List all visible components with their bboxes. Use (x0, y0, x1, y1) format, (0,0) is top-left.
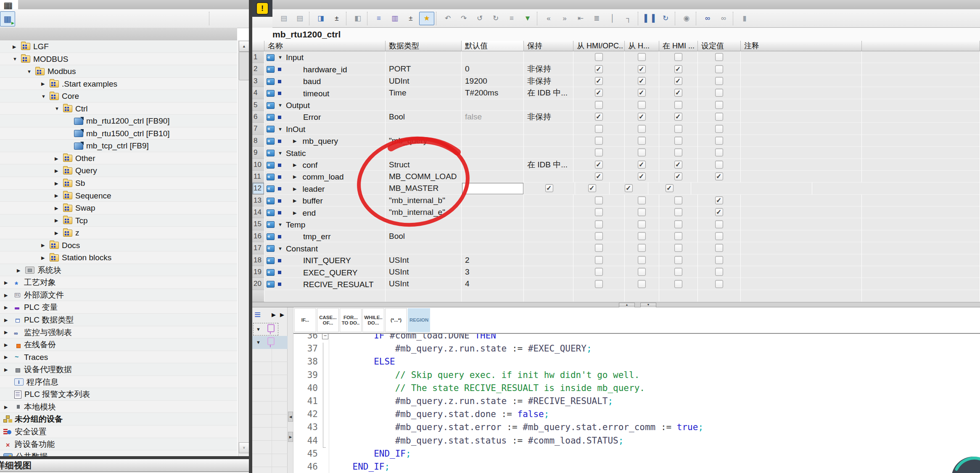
datatype-cell[interactable]: "mb_internal_b" (386, 195, 462, 206)
from-hmi-checkbox[interactable] (638, 148, 646, 156)
hmi-opc-checkbox[interactable] (595, 196, 603, 204)
tree-item[interactable]: 程序信息 (0, 376, 237, 388)
in-hmi-checkbox[interactable] (674, 137, 682, 145)
tree-expander-icon[interactable]: ▶ (4, 351, 11, 363)
setpoint-checkbox[interactable] (715, 268, 723, 276)
collapse-icon[interactable]: ▼ (278, 100, 283, 111)
name-cell[interactable]: ▼▶comm_load (264, 171, 386, 182)
tree-item[interactable]: PLC 报警文本列表 (0, 388, 237, 401)
fold-marker[interactable] (320, 395, 331, 408)
name-cell[interactable]: ▼▶hardware_id (264, 63, 386, 75)
snippet-comment[interactable]: (*...*) (385, 308, 407, 332)
setpoint-checkbox[interactable] (715, 113, 723, 121)
setpoint-checkbox[interactable] (715, 244, 723, 252)
row-number[interactable]: 6 (252, 111, 264, 123)
row-number[interactable]: 18 (252, 254, 264, 266)
retain-cell[interactable]: ▼ (524, 254, 573, 266)
from-hmi-checkbox[interactable] (638, 208, 646, 216)
code-line[interactable]: 43 #mb_query.stat.error := #mb_query.sta… (293, 421, 975, 434)
tree-expander-icon[interactable]: ▶ (13, 41, 19, 53)
name-cell[interactable]: ▼▶buffer (264, 195, 386, 206)
tree-expander-icon[interactable]: ▶ (41, 252, 48, 264)
snapshot-icon[interactable]: ± (329, 12, 344, 25)
name-cell[interactable]: ▼▶ (264, 290, 386, 302)
datatype-cell[interactable]: "mb_query" (386, 135, 462, 147)
column-header[interactable] (862, 41, 980, 51)
name-cell[interactable]: ▼▶Output (264, 99, 386, 111)
margin-expander2-icon[interactable]: ▶ (280, 312, 284, 318)
outdent-icon[interactable]: ⇤ (573, 12, 588, 25)
code-line[interactable]: 39 // Skip query exec. if init hw didn't… (293, 369, 975, 382)
tree-item[interactable]: ▶Query (0, 164, 237, 177)
fold-marker[interactable] (320, 342, 331, 355)
tree-expander-icon[interactable]: ▼ (27, 66, 34, 78)
retain-cell[interactable]: 非保持▼ (524, 63, 573, 75)
setpoint-checkbox[interactable] (715, 256, 723, 264)
from-hmi-checkbox[interactable] (638, 125, 646, 133)
from-hmi-checkbox[interactable] (638, 196, 646, 204)
column-header[interactable]: 数据类型 (386, 41, 462, 51)
separator[interactable] (696, 12, 698, 25)
margin-scroll-right[interactable]: ▶ (288, 432, 293, 442)
default-value-cell[interactable] (462, 123, 524, 135)
default-value-cell[interactable] (462, 135, 524, 147)
table-row[interactable]: 6 ▼▶Error Bool false 非保持▼ (252, 111, 980, 123)
table-row[interactable]: 15 ▼▶Temp ▼ (252, 218, 980, 230)
tree-item[interactable]: mb_tcp_ctrl [FB9] (0, 140, 237, 152)
collapse-icon[interactable]: ▼ (278, 219, 283, 230)
datatype-cell[interactable] (386, 290, 462, 302)
code-line[interactable]: 41 #mb_query.z.run.state := #RECIVE_RESU… (293, 395, 975, 408)
datatype-cell[interactable]: PORT (386, 63, 462, 75)
from-hmi-checkbox[interactable] (638, 268, 646, 276)
in-hmi-checkbox[interactable] (674, 232, 682, 240)
name-cell[interactable]: ▼▶leader (264, 182, 386, 194)
default-value-cell[interactable]: 4 (462, 278, 524, 290)
tree-expander-icon[interactable]: ▶ (55, 202, 61, 214)
table-row[interactable]: 4 ▼▶timeout Time T#200ms 在 IDB 中...▼ (252, 87, 980, 99)
tree-scrollbar[interactable]: ▲ ˅ (238, 40, 249, 456)
in-hmi-checkbox[interactable] (674, 172, 682, 180)
db-structure-icon[interactable]: ▥ (387, 12, 402, 25)
table-row[interactable]: 16 ▼▶tmp_err Bool ▼ (252, 230, 980, 242)
table-row[interactable]: 9 ▼▶Static ▼ (252, 147, 980, 159)
tree-item[interactable]: ▶外部源文件 (0, 289, 237, 301)
setpoint-checkbox[interactable] (715, 196, 723, 204)
separator[interactable] (367, 12, 370, 25)
setpoint-checkbox[interactable] (715, 161, 723, 169)
in-hmi-checkbox[interactable] (674, 244, 682, 252)
column-header[interactable]: 在 HMI ... (659, 41, 698, 51)
tree-item[interactable]: ▼Ctrl (0, 103, 237, 115)
separator[interactable] (346, 12, 349, 25)
in-hmi-checkbox[interactable] (674, 161, 682, 169)
hmi-opc-checkbox[interactable] (595, 89, 603, 97)
tree-item[interactable]: mb_rtu1200_ctrl [FB90] (0, 115, 237, 127)
from-hmi-checkbox[interactable] (638, 89, 646, 97)
goto-prev-icon[interactable]: « (541, 12, 556, 25)
column-header[interactable] (252, 41, 264, 51)
from-hmi-checkbox[interactable] (638, 172, 646, 180)
tree-item[interactable]: ▼Core (0, 90, 237, 103)
row-number[interactable]: 13 (252, 195, 264, 206)
table-row[interactable]: 10 ▼▶conf Struct 在 IDB 中...▼ (252, 159, 980, 171)
code-line[interactable]: 40 // The state RECIVE_RESUALT is inside… (293, 382, 975, 395)
datatype-cell[interactable]: MB_COMM_LOAD (386, 171, 462, 182)
comment-cell[interactable] (741, 111, 862, 123)
undo-icon[interactable]: ↶ (440, 12, 455, 25)
name-cell[interactable]: ▼▶end (264, 206, 386, 218)
datatype-cell[interactable] (386, 218, 462, 230)
add-row-icon[interactable]: ▤ (292, 12, 307, 25)
compare-icon[interactable]: ≡ (504, 12, 519, 25)
column-header[interactable]: 默认值 (462, 41, 524, 51)
default-value-cell[interactable] (462, 218, 524, 230)
from-hmi-checkbox[interactable] (638, 77, 646, 85)
datatype-cell[interactable] (386, 99, 462, 111)
default-value-cell[interactable]: false (462, 111, 524, 123)
in-hmi-checkbox[interactable] (674, 113, 682, 121)
detail-view-bar[interactable]: 详细视图 (0, 459, 249, 472)
retain-cell[interactable]: ▼ (524, 242, 573, 254)
hmi-opc-checkbox[interactable] (595, 101, 603, 109)
retain-cell[interactable]: ▼ (524, 195, 573, 206)
column-header[interactable]: 设定值 (698, 41, 741, 51)
hmi-opc-checkbox[interactable] (595, 53, 603, 61)
in-hmi-checkbox[interactable] (674, 89, 682, 97)
